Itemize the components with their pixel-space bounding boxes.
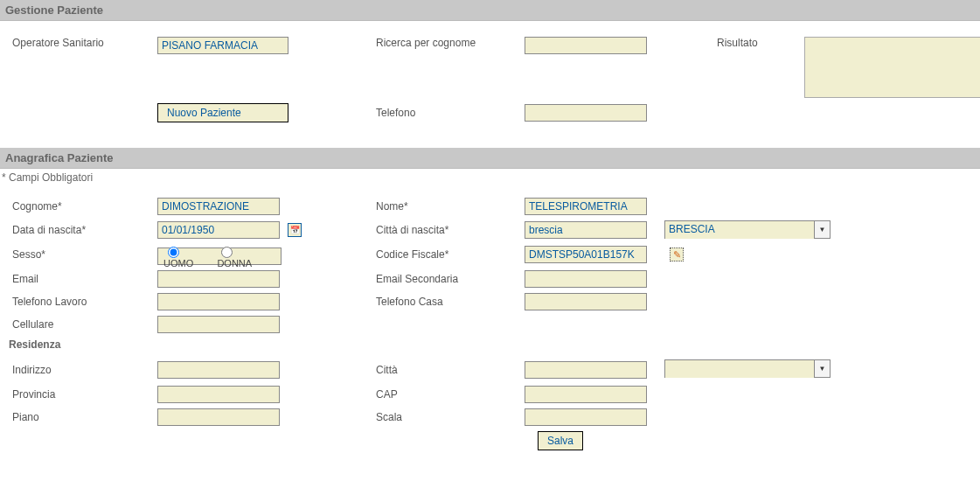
email-input[interactable]	[157, 270, 280, 288]
label-sesso: Sesso*	[9, 248, 157, 261]
calendar-icon[interactable]: 📅	[288, 223, 302, 237]
label-scala: Scala	[376, 411, 525, 423]
nome-input[interactable]	[525, 198, 647, 215]
indirizzo-input[interactable]	[157, 361, 280, 379]
label-provincia: Provincia	[9, 388, 157, 401]
ricerca-cognome-input[interactable]	[525, 37, 647, 54]
sesso-radio-group: UOMO DONNA	[157, 248, 281, 265]
cellulare-input[interactable]	[157, 316, 280, 333]
section-title-gestione: Gestione Paziente	[0, 0, 980, 21]
label-cf: Codice Fiscale*	[376, 248, 525, 261]
citta-nascita-input[interactable]	[525, 221, 647, 239]
email2-input[interactable]	[525, 270, 647, 288]
label-email2: Email Secondaria	[376, 273, 525, 285]
piano-input[interactable]	[157, 408, 280, 426]
citta-combo[interactable]: ▼	[664, 359, 831, 378]
label-data-nascita: Data di nascita*	[9, 224, 157, 236]
section-anagrafica-paziente: Anagrafica Paziente * Campi Obbligatori …	[0, 148, 980, 457]
data-nascita-input[interactable]	[157, 221, 280, 239]
chevron-down-icon[interactable]: ▼	[814, 221, 830, 238]
label-cellulare: Cellulare	[9, 318, 157, 331]
label-email: Email	[9, 273, 157, 285]
risultato-area[interactable]	[804, 37, 980, 98]
label-telefono: Telefono	[376, 107, 525, 119]
radio-donna-label[interactable]: DONNA	[217, 244, 267, 268]
radio-uomo-label[interactable]: UOMO	[163, 244, 208, 268]
label-tel-casa: Telefono Casa	[376, 296, 525, 308]
label-tel-lavoro: Telefono Lavoro	[9, 296, 157, 308]
nuovo-paziente-button[interactable]: Nuovo Paziente	[157, 103, 288, 122]
citta-nascita-combo-value: BRESCIA	[665, 221, 814, 239]
chevron-down-icon[interactable]: ▼	[814, 360, 830, 377]
sub-header-residenza: Residenza	[9, 338, 971, 351]
cap-input[interactable]	[525, 386, 647, 403]
label-piano: Piano	[9, 411, 157, 423]
citta-input[interactable]	[525, 361, 647, 379]
provincia-input[interactable]	[157, 386, 280, 403]
radio-uomo[interactable]	[168, 247, 179, 258]
cf-input[interactable]	[525, 246, 647, 263]
label-citta-nascita: Città di nascita*	[376, 224, 525, 236]
label-ricerca-cognome: Ricerca per cognome	[376, 37, 525, 49]
tel-casa-input[interactable]	[525, 293, 647, 310]
required-note: * Campi Obbligatori	[2, 171, 980, 184]
citta-combo-value	[665, 360, 814, 378]
label-cap: CAP	[376, 388, 525, 401]
label-cognome: Cognome*	[9, 200, 157, 213]
telefono-search-input[interactable]	[525, 104, 647, 122]
scala-input[interactable]	[525, 408, 647, 426]
section-title-anagrafica: Anagrafica Paziente	[0, 148, 980, 169]
section-gestione-paziente: Gestione Paziente Operatore Sanitario Ri…	[0, 0, 980, 135]
radio-donna[interactable]	[221, 247, 233, 258]
operatore-input[interactable]	[157, 37, 288, 54]
salva-button[interactable]: Salva	[538, 431, 583, 450]
label-operatore: Operatore Sanitario	[9, 37, 157, 49]
label-risultato: Risultato	[717, 37, 804, 49]
label-nome: Nome*	[376, 200, 525, 213]
edit-icon[interactable]: ✎	[670, 248, 684, 261]
label-citta: Città	[376, 364, 525, 376]
citta-nascita-combo[interactable]: BRESCIA ▼	[664, 220, 831, 239]
cognome-input[interactable]	[157, 198, 280, 215]
tel-lavoro-input[interactable]	[157, 293, 280, 310]
label-indirizzo: Indirizzo	[9, 364, 157, 376]
